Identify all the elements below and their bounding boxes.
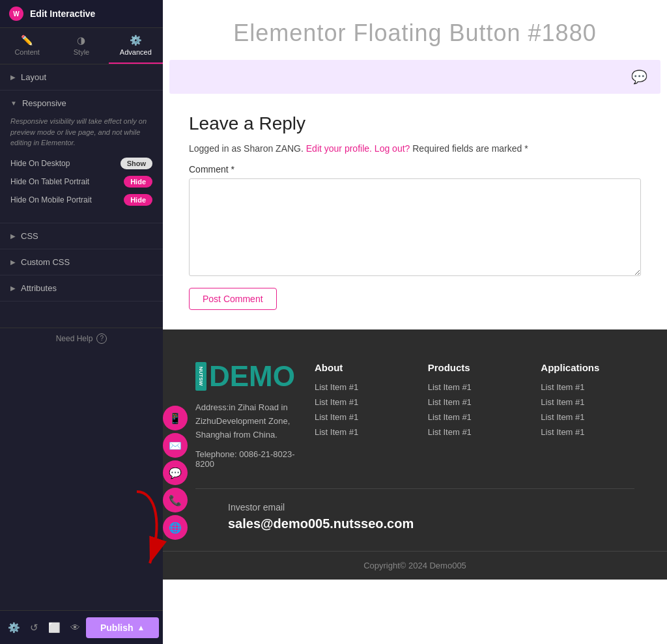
footer-logo: NUTSW DEMO xyxy=(195,362,295,391)
email-btn[interactable]: ✉️ xyxy=(163,433,188,458)
section-attributes-header[interactable]: ▶ Attributes xyxy=(0,275,163,301)
comment-label: Comment * xyxy=(189,164,641,175)
chat-bubble-icon: 💬 xyxy=(631,69,647,85)
list-item: List Item #1 xyxy=(541,397,634,407)
responsive-arrow-icon: ▼ xyxy=(10,100,17,107)
tab-advanced-label: Advanced xyxy=(120,48,152,56)
footer-col-applications: Applications List Item #1 List Item #1 L… xyxy=(541,362,634,469)
investor-label: Investor email xyxy=(228,502,634,512)
help-icon[interactable]: ? xyxy=(96,333,107,344)
tab-content[interactable]: ✏️ Content xyxy=(0,28,54,64)
style-icon: ◑ xyxy=(77,35,85,46)
footer-products-list: List Item #1 List Item #1 List Item #1 L… xyxy=(428,382,522,437)
tab-content-label: Content xyxy=(14,48,40,56)
list-item: List Item #1 xyxy=(428,397,522,407)
templates-bottom-btn[interactable]: ⬜ xyxy=(44,621,64,635)
email-icon: ✉️ xyxy=(169,440,182,452)
footer-grid: NUTSW DEMO Address:in Zihai Road in Zizh… xyxy=(195,362,634,469)
history-icon: ↺ xyxy=(30,622,38,634)
need-help-footer: Need Help ? xyxy=(0,328,163,349)
toggle-row-desktop: Hide On Desktop Show xyxy=(10,158,152,169)
section-css-header[interactable]: ▶ CSS xyxy=(0,223,163,249)
footer-phone: Telephone: 0086-21-8023-8200 xyxy=(195,449,295,469)
footer-col-products: Products List Item #1 List Item #1 List … xyxy=(428,362,522,469)
section-css: ▶ CSS xyxy=(0,223,163,249)
section-css-label: CSS xyxy=(21,231,38,241)
phone-btn[interactable]: 📞 xyxy=(163,488,188,512)
preview-bottom-btn[interactable]: 👁 xyxy=(66,621,84,634)
list-item: List Item #1 xyxy=(315,397,408,407)
publish-button[interactable]: Publish ▲ xyxy=(86,617,159,638)
panel-tabs: ✏️ Content ◑ Style ⚙️ Advanced xyxy=(0,28,163,64)
site-footer: NUTSW DEMO Address:in Zihai Road in Zizh… xyxy=(163,329,667,551)
floating-side-buttons: 📱 ✉️ 💬 📞 🌐 xyxy=(163,406,188,540)
list-item: List Item #1 xyxy=(315,427,408,437)
edit-profile-link[interactable]: Edit your profile. xyxy=(306,143,372,154)
logout-link[interactable]: Log out? xyxy=(375,143,410,154)
floating-bar: 💬 xyxy=(169,60,660,94)
right-content: Elementor Floating Button #1880 💬 Leave … xyxy=(163,0,667,644)
wp-logo-icon: W xyxy=(9,7,23,21)
list-item: List Item #1 xyxy=(541,427,634,437)
page-title: Elementor Floating Button #1880 xyxy=(176,20,654,47)
section-custom-css: ▶ Custom CSS xyxy=(0,249,163,275)
toggle-row-mobile: Hide On Mobile Portrait Hide xyxy=(10,194,152,206)
tab-style[interactable]: ◑ Style xyxy=(54,28,108,64)
footer-brand: NUTSW DEMO Address:in Zihai Road in Zizh… xyxy=(195,362,295,469)
attributes-arrow-icon: ▶ xyxy=(10,285,16,292)
toggle-tablet-label: Hide On Tablet Portrait xyxy=(10,177,89,186)
list-item: List Item #1 xyxy=(541,382,634,392)
history-bottom-btn[interactable]: ↺ xyxy=(26,621,42,635)
globe-btn[interactable]: 🌐 xyxy=(163,515,188,540)
tab-advanced[interactable]: ⚙️ Advanced xyxy=(109,28,163,64)
section-custom-css-label: Custom CSS xyxy=(21,257,70,267)
publish-label: Publish xyxy=(100,623,134,633)
footer-applications-list: List Item #1 List Item #1 List Item #1 L… xyxy=(541,382,634,437)
section-custom-css-header[interactable]: ▶ Custom CSS xyxy=(0,249,163,275)
footer-address: Address:in Zihai Road in ZizhuDevelopmen… xyxy=(195,401,295,441)
footer-applications-heading: Applications xyxy=(541,362,634,373)
content-icon: ✏️ xyxy=(21,35,33,46)
toggle-mobile-label: Hide On Mobile Portrait xyxy=(10,195,92,204)
toggle-desktop-label: Hide On Desktop xyxy=(10,159,70,168)
eye-icon: 👁 xyxy=(70,622,80,633)
whatsapp-icon: 📱 xyxy=(169,412,182,425)
settings-icon: ⚙️ xyxy=(8,622,20,634)
messenger-icon: 💬 xyxy=(169,467,182,479)
css-arrow-icon: ▶ xyxy=(10,232,16,240)
toggle-mobile-btn[interactable]: Hide xyxy=(124,194,152,206)
section-responsive-header[interactable]: ▼ Responsive xyxy=(0,91,163,116)
messenger-btn[interactable]: 💬 xyxy=(163,460,188,485)
settings-bottom-btn[interactable]: ⚙️ xyxy=(4,621,24,635)
panel-content: ▶ Layout ▼ Responsive Responsive visibil… xyxy=(0,64,163,610)
panel-title: Edit Interactive xyxy=(30,8,95,19)
post-comment-button[interactable]: Post Comment xyxy=(189,288,277,310)
section-layout-label: Layout xyxy=(21,72,46,82)
footer-contact: Investor email sales@demo005.nutsseo.com xyxy=(195,488,634,531)
demo-text: DEMO xyxy=(209,362,295,391)
list-item: List Item #1 xyxy=(315,412,408,422)
toggle-tablet-btn[interactable]: Hide xyxy=(124,176,152,188)
responsive-note: Responsive visibility will take effect o… xyxy=(10,116,152,148)
list-item: List Item #1 xyxy=(428,382,522,392)
list-item: List Item #1 xyxy=(541,412,634,422)
toggle-desktop-btn[interactable]: Show xyxy=(121,158,152,169)
responsive-content: Responsive visibility will take effect o… xyxy=(0,116,163,223)
footer-about-list: List Item #1 List Item #1 List Item #1 L… xyxy=(315,382,408,437)
section-attributes-label: Attributes xyxy=(21,283,57,293)
bottom-bar: ⚙️ ↺ ⬜ 👁 Publish ▲ xyxy=(0,610,163,644)
logged-in-prefix: Logged in as Sharon ZANG. xyxy=(189,143,304,154)
globe-icon: 🌐 xyxy=(169,522,182,534)
page-title-bar: Elementor Floating Button #1880 xyxy=(163,0,667,60)
list-item: List Item #1 xyxy=(315,382,408,392)
layout-arrow-icon: ▶ xyxy=(10,74,16,81)
section-attributes: ▶ Attributes xyxy=(0,275,163,301)
phone-icon: 📞 xyxy=(169,494,182,507)
whatsapp-btn[interactable]: 📱 xyxy=(163,406,188,430)
left-panel: W Edit Interactive ✏️ Content ◑ Style ⚙️… xyxy=(0,0,163,644)
templates-icon: ⬜ xyxy=(48,622,61,634)
section-layout-header[interactable]: ▶ Layout xyxy=(0,64,163,90)
comment-textarea[interactable] xyxy=(189,178,641,276)
section-layout: ▶ Layout xyxy=(0,64,163,91)
logged-in-text: Logged in as Sharon ZANG. Edit your prof… xyxy=(189,143,641,154)
